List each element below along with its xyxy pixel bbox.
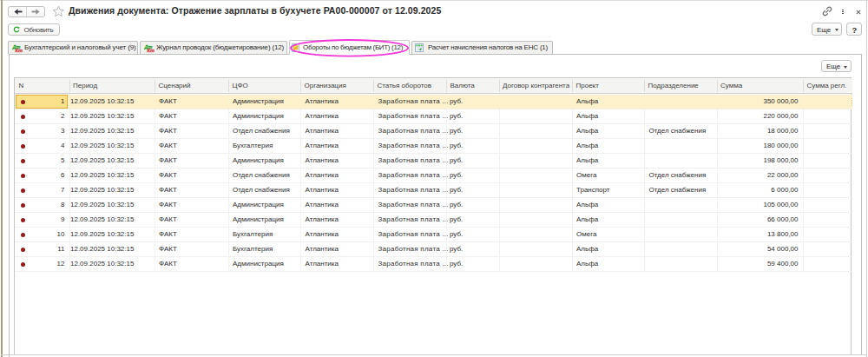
svg-text:Кт: Кт [148,47,155,52]
svg-text:Кт: Кт [16,47,23,52]
